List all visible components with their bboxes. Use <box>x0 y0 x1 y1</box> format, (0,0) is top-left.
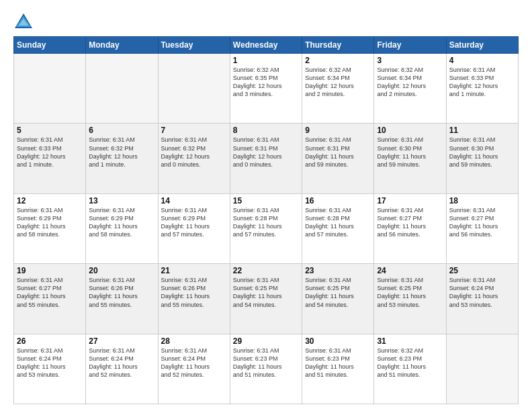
day-number: 9 <box>305 126 371 135</box>
day-number: 12 <box>17 196 83 205</box>
calendar-day-cell: 16Sunrise: 6:31 AM Sunset: 6:28 PM Dayli… <box>302 193 374 263</box>
calendar-day-cell: 15Sunrise: 6:31 AM Sunset: 6:28 PM Dayli… <box>230 193 302 263</box>
day-info: Sunrise: 6:31 AM Sunset: 6:24 PM Dayligh… <box>449 276 515 309</box>
day-info: Sunrise: 6:31 AM Sunset: 6:26 PM Dayligh… <box>161 276 227 309</box>
logo-icon <box>13 12 34 31</box>
logo <box>13 12 36 31</box>
day-number: 30 <box>305 336 371 346</box>
calendar-week-row: 1Sunrise: 6:32 AM Sunset: 6:35 PM Daylig… <box>14 54 519 124</box>
day-info: Sunrise: 6:31 AM Sunset: 6:29 PM Dayligh… <box>17 206 83 239</box>
day-number: 15 <box>233 196 299 205</box>
day-info: Sunrise: 6:31 AM Sunset: 6:25 PM Dayligh… <box>233 276 299 309</box>
day-number: 13 <box>89 196 154 205</box>
calendar-day-cell <box>86 54 158 124</box>
day-info: Sunrise: 6:32 AM Sunset: 6:23 PM Dayligh… <box>377 347 443 379</box>
day-info: Sunrise: 6:31 AM Sunset: 6:33 PM Dayligh… <box>17 136 83 169</box>
weekday-header: Wednesday <box>230 37 302 54</box>
weekday-header: Tuesday <box>158 37 230 54</box>
day-number: 5 <box>17 126 83 135</box>
weekday-header: Saturday <box>446 37 518 54</box>
calendar-day-cell <box>14 54 86 124</box>
day-number: 1 <box>233 56 299 65</box>
calendar-day-cell: 25Sunrise: 6:31 AM Sunset: 6:24 PM Dayli… <box>446 264 518 334</box>
calendar-day-cell: 19Sunrise: 6:31 AM Sunset: 6:27 PM Dayli… <box>14 264 86 334</box>
calendar-day-cell: 23Sunrise: 6:31 AM Sunset: 6:25 PM Dayli… <box>302 264 374 334</box>
header <box>13 12 519 31</box>
day-info: Sunrise: 6:31 AM Sunset: 6:27 PM Dayligh… <box>449 206 515 239</box>
calendar-day-cell: 22Sunrise: 6:31 AM Sunset: 6:25 PM Dayli… <box>230 264 302 334</box>
day-number: 19 <box>17 266 83 275</box>
day-info: Sunrise: 6:31 AM Sunset: 6:26 PM Dayligh… <box>89 276 154 309</box>
calendar-day-cell: 12Sunrise: 6:31 AM Sunset: 6:29 PM Dayli… <box>14 193 86 263</box>
day-number: 21 <box>161 266 227 275</box>
day-number: 29 <box>233 336 299 346</box>
day-number: 20 <box>89 266 154 275</box>
calendar-day-cell: 13Sunrise: 6:31 AM Sunset: 6:29 PM Dayli… <box>86 193 158 263</box>
day-info: Sunrise: 6:31 AM Sunset: 6:25 PM Dayligh… <box>305 276 371 309</box>
day-number: 2 <box>305 56 371 65</box>
calendar-day-cell <box>446 334 518 404</box>
calendar-day-cell: 31Sunrise: 6:32 AM Sunset: 6:23 PM Dayli… <box>374 334 446 404</box>
day-info: Sunrise: 6:31 AM Sunset: 6:30 PM Dayligh… <box>449 136 515 169</box>
day-info: Sunrise: 6:31 AM Sunset: 6:27 PM Dayligh… <box>377 206 443 239</box>
day-info: Sunrise: 6:31 AM Sunset: 6:24 PM Dayligh… <box>161 347 227 379</box>
day-number: 17 <box>377 196 443 205</box>
day-info: Sunrise: 6:32 AM Sunset: 6:35 PM Dayligh… <box>233 66 299 99</box>
calendar-day-cell: 11Sunrise: 6:31 AM Sunset: 6:30 PM Dayli… <box>446 124 518 193</box>
calendar-day-cell: 4Sunrise: 6:31 AM Sunset: 6:33 PM Daylig… <box>446 54 518 124</box>
day-number: 6 <box>89 126 154 135</box>
calendar-week-row: 5Sunrise: 6:31 AM Sunset: 6:33 PM Daylig… <box>14 124 519 193</box>
day-number: 22 <box>233 266 299 275</box>
day-info: Sunrise: 6:31 AM Sunset: 6:29 PM Dayligh… <box>161 206 227 239</box>
calendar-day-cell: 9Sunrise: 6:31 AM Sunset: 6:31 PM Daylig… <box>302 124 374 193</box>
calendar-day-cell: 2Sunrise: 6:32 AM Sunset: 6:34 PM Daylig… <box>302 54 374 124</box>
day-info: Sunrise: 6:31 AM Sunset: 6:28 PM Dayligh… <box>233 206 299 239</box>
day-number: 14 <box>161 196 227 205</box>
calendar: SundayMondayTuesdayWednesdayThursdayFrid… <box>13 36 519 404</box>
day-info: Sunrise: 6:32 AM Sunset: 6:34 PM Dayligh… <box>377 66 443 99</box>
weekday-header: Friday <box>374 37 446 54</box>
calendar-day-cell: 29Sunrise: 6:31 AM Sunset: 6:23 PM Dayli… <box>230 334 302 404</box>
day-number: 7 <box>161 126 227 135</box>
day-number: 3 <box>377 56 443 65</box>
day-number: 26 <box>17 336 83 346</box>
calendar-day-cell: 21Sunrise: 6:31 AM Sunset: 6:26 PM Dayli… <box>158 264 230 334</box>
page: SundayMondayTuesdayWednesdayThursdayFrid… <box>0 0 532 411</box>
day-number: 23 <box>305 266 371 275</box>
calendar-week-row: 19Sunrise: 6:31 AM Sunset: 6:27 PM Dayli… <box>14 264 519 334</box>
day-number: 8 <box>233 126 299 135</box>
day-number: 16 <box>305 196 371 205</box>
day-info: Sunrise: 6:31 AM Sunset: 6:31 PM Dayligh… <box>233 136 299 169</box>
calendar-day-cell: 27Sunrise: 6:31 AM Sunset: 6:24 PM Dayli… <box>86 334 158 404</box>
calendar-day-cell: 10Sunrise: 6:31 AM Sunset: 6:30 PM Dayli… <box>374 124 446 193</box>
calendar-day-cell: 18Sunrise: 6:31 AM Sunset: 6:27 PM Dayli… <box>446 193 518 263</box>
day-info: Sunrise: 6:31 AM Sunset: 6:31 PM Dayligh… <box>305 136 371 169</box>
calendar-day-cell: 30Sunrise: 6:31 AM Sunset: 6:23 PM Dayli… <box>302 334 374 404</box>
calendar-day-cell: 7Sunrise: 6:31 AM Sunset: 6:32 PM Daylig… <box>158 124 230 193</box>
day-info: Sunrise: 6:31 AM Sunset: 6:23 PM Dayligh… <box>233 347 299 379</box>
calendar-day-cell: 3Sunrise: 6:32 AM Sunset: 6:34 PM Daylig… <box>374 54 446 124</box>
weekday-header: Monday <box>86 37 158 54</box>
calendar-header-row: SundayMondayTuesdayWednesdayThursdayFrid… <box>14 37 519 54</box>
calendar-day-cell: 1Sunrise: 6:32 AM Sunset: 6:35 PM Daylig… <box>230 54 302 124</box>
day-info: Sunrise: 6:31 AM Sunset: 6:30 PM Dayligh… <box>377 136 443 169</box>
day-info: Sunrise: 6:31 AM Sunset: 6:25 PM Dayligh… <box>377 276 443 309</box>
day-number: 18 <box>449 196 515 205</box>
calendar-day-cell: 5Sunrise: 6:31 AM Sunset: 6:33 PM Daylig… <box>14 124 86 193</box>
calendar-day-cell: 26Sunrise: 6:31 AM Sunset: 6:24 PM Dayli… <box>14 334 86 404</box>
calendar-week-row: 26Sunrise: 6:31 AM Sunset: 6:24 PM Dayli… <box>14 334 519 404</box>
day-number: 24 <box>377 266 443 275</box>
calendar-day-cell: 20Sunrise: 6:31 AM Sunset: 6:26 PM Dayli… <box>86 264 158 334</box>
weekday-header: Sunday <box>14 37 86 54</box>
calendar-day-cell: 8Sunrise: 6:31 AM Sunset: 6:31 PM Daylig… <box>230 124 302 193</box>
weekday-header: Thursday <box>302 37 374 54</box>
day-info: Sunrise: 6:32 AM Sunset: 6:34 PM Dayligh… <box>305 66 371 99</box>
day-number: 31 <box>377 336 443 346</box>
day-info: Sunrise: 6:31 AM Sunset: 6:32 PM Dayligh… <box>161 136 227 169</box>
day-number: 28 <box>161 336 227 346</box>
calendar-day-cell: 14Sunrise: 6:31 AM Sunset: 6:29 PM Dayli… <box>158 193 230 263</box>
day-number: 4 <box>449 56 515 65</box>
day-number: 10 <box>377 126 443 135</box>
day-info: Sunrise: 6:31 AM Sunset: 6:27 PM Dayligh… <box>17 276 83 309</box>
calendar-day-cell <box>158 54 230 124</box>
